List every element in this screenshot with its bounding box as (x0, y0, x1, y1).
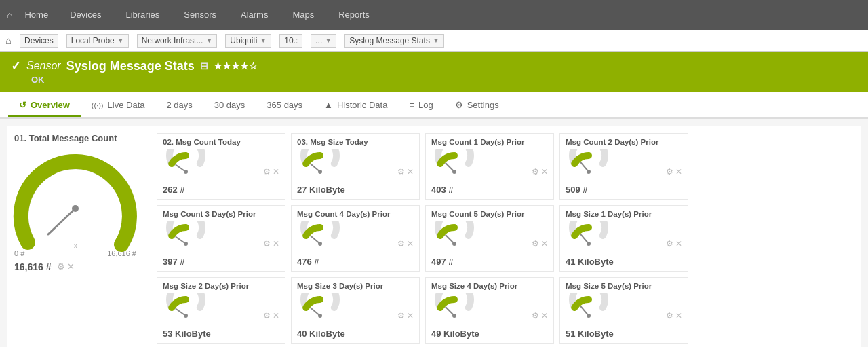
small-gauge-svg (566, 221, 612, 255)
small-gauge-controls[interactable]: ⚙ ✕ (263, 239, 279, 249)
home-nav-item[interactable]: ⌂ (7, 10, 12, 20)
small-gauge-value: 40 KiloByte (297, 329, 345, 339)
small-gauge-card: Msg Count 2 Day(s) Prior 509 # ⚙ ✕ (559, 133, 688, 200)
small-gauge-svg (431, 221, 477, 255)
small-gauge-card: Msg Count 5 Day(s) Prior 497 # ⚙ ✕ (425, 205, 554, 272)
svg-text:x: x (74, 242, 77, 249)
small-gauge-row: 51 KiloByte ⚙ ✕ (566, 293, 682, 339)
big-gauge-wrap: x (14, 147, 136, 249)
small-gauge-svg (297, 149, 343, 183)
small-gauge-svg (566, 149, 612, 183)
tab-log[interactable]: ≡ Log (398, 94, 443, 117)
small-gauge-value: 41 KiloByte (566, 257, 614, 267)
sensor-label: Sensor (26, 60, 61, 72)
tab-settings[interactable]: ⚙ Settings (444, 94, 510, 117)
small-gauge-card: 03. Msg Size Today 27 KiloByte ⚙ ✕ (291, 133, 420, 200)
breadcrumb-ubiquiti[interactable]: Ubiquiti ▼ (225, 34, 271, 48)
breadcrumb-sensor-name[interactable]: Syslog Message Stats ▼ (344, 34, 444, 48)
tab-live-data[interactable]: ((·)) Live Data (81, 94, 156, 117)
big-gauge-title: 01. Total Message Count (14, 133, 117, 143)
live-data-icon: ((·)) (92, 101, 104, 109)
svg-point-14 (318, 242, 322, 246)
small-gauge-controls[interactable]: ⚙ ✕ (532, 239, 548, 249)
small-gauge-svg (566, 293, 612, 327)
nav-maps[interactable]: Maps (280, 0, 326, 30)
small-gauge-title: Msg Count 2 Day(s) Prior (566, 138, 682, 146)
breadcrumb-ellipsis[interactable]: ... ▼ (311, 34, 336, 48)
svg-point-20 (184, 314, 188, 318)
big-gauge-settings-icon[interactable]: ⚙ ✕ (57, 261, 75, 272)
small-gauge-title: Msg Size 5 Day(s) Prior (566, 282, 682, 290)
small-gauge-row: 49 KiloByte ⚙ ✕ (431, 293, 548, 339)
small-gauge-controls[interactable]: ⚙ ✕ (397, 311, 414, 321)
small-gauge-card: Msg Count 4 Day(s) Prior 476 # ⚙ ✕ (291, 205, 420, 272)
nav-sensors[interactable]: Sensors (172, 0, 229, 30)
small-gauge-value: 262 # (163, 185, 209, 195)
tab-2days[interactable]: 2 days (155, 94, 203, 117)
small-gauge-row: 53 KiloByte ⚙ ✕ (163, 293, 279, 339)
small-gauge-controls[interactable]: ⚙ ✕ (532, 311, 548, 321)
tabs-bar: ↺ Overview ((·)) Live Data 2 days 30 day… (0, 92, 868, 119)
svg-point-10 (587, 170, 591, 174)
small-gauge-title: 03. Msg Size Today (297, 138, 414, 146)
small-gauge-controls[interactable]: ⚙ ✕ (666, 311, 682, 321)
small-gauge-value: 49 KiloByte (431, 329, 479, 339)
main-content: 01. Total Message Count x 0 # 16,616 # (0, 119, 868, 347)
small-gauge-row: 476 # ⚙ ✕ (297, 221, 414, 267)
breadcrumb: ⌂ Devices Local Probe ▼ Network Infrast.… (0, 30, 868, 52)
nav-libraries[interactable]: Libraries (113, 0, 172, 30)
small-gauge-card: Msg Size 3 Day(s) Prior 40 KiloByte ⚙ ✕ (291, 277, 420, 344)
breadcrumb-ip[interactable]: 10.: (279, 34, 302, 48)
small-gauge-value: 476 # (297, 257, 343, 267)
small-gauge-controls[interactable]: ⚙ ✕ (666, 239, 682, 249)
historic-icon: ▲ (324, 100, 333, 110)
tab-historic-data[interactable]: ▲ Historic Data (313, 94, 398, 117)
svg-point-1 (72, 205, 79, 212)
small-gauge-controls[interactable]: ⚙ ✕ (397, 167, 414, 177)
nav-reports[interactable]: Reports (326, 0, 382, 30)
svg-point-16 (452, 242, 456, 246)
big-gauge-container: 01. Total Message Count x 0 # 16,616 # (14, 133, 150, 344)
nav-home[interactable]: Home (15, 0, 58, 30)
nav-devices[interactable]: Devices (58, 0, 113, 30)
big-gauge-svg: x (14, 147, 136, 249)
small-gauge-controls[interactable]: ⚙ ✕ (263, 167, 279, 177)
overview-icon: ↺ (19, 100, 26, 110)
sensor-status: OK (31, 75, 857, 85)
small-gauge-controls[interactable]: ⚙ ✕ (397, 239, 414, 249)
breadcrumb-network-infra[interactable]: Network Infrast... ▼ (137, 34, 218, 48)
breadcrumb-local-probe[interactable]: Local Probe ▼ (66, 34, 129, 48)
small-gauge-row: 403 # ⚙ ✕ (431, 149, 548, 195)
tab-30days[interactable]: 30 days (203, 94, 256, 117)
small-gauge-value: 27 KiloByte (297, 185, 345, 195)
small-gauge-card: Msg Count 3 Day(s) Prior 397 # ⚙ ✕ (157, 205, 285, 272)
small-gauge-title: Msg Count 4 Day(s) Prior (297, 210, 414, 218)
small-gauge-card: 02. Msg Count Today 262 # ⚙ ✕ (157, 133, 285, 200)
small-gauge-card: Msg Size 1 Day(s) Prior 41 KiloByte ⚙ ✕ (559, 205, 688, 272)
small-gauge-value: 403 # (431, 185, 477, 195)
tab-365days[interactable]: 365 days (256, 94, 313, 117)
small-gauge-row: 41 KiloByte ⚙ ✕ (566, 221, 682, 267)
breadcrumb-home-icon[interactable]: ⌂ (5, 35, 12, 46)
small-gauge-controls[interactable]: ⚙ ✕ (532, 167, 548, 177)
big-gauge-value: 16,616 # (14, 261, 52, 272)
nav-alarms[interactable]: Alarms (229, 0, 280, 30)
status-check: ✓ (11, 58, 21, 73)
svg-point-24 (452, 314, 456, 318)
small-gauge-svg (163, 149, 209, 183)
tab-overview[interactable]: ↺ Overview (8, 94, 81, 117)
sensor-title: Syslog Message Stats (66, 59, 195, 73)
small-gauge-value: 509 # (566, 185, 612, 195)
svg-point-8 (452, 170, 456, 174)
small-gauge-controls[interactable]: ⚙ ✕ (263, 311, 279, 321)
svg-point-12 (184, 242, 188, 246)
svg-point-18 (587, 242, 591, 246)
breadcrumb-devices[interactable]: Devices (20, 34, 58, 48)
small-gauge-controls[interactable]: ⚙ ✕ (666, 167, 682, 177)
settings-icon: ⚙ (455, 100, 463, 110)
log-icon: ≡ (409, 100, 414, 110)
svg-point-22 (318, 314, 322, 318)
small-gauge-row: 27 KiloByte ⚙ ✕ (297, 149, 414, 195)
star-rating[interactable]: ★★★★☆ (214, 60, 258, 71)
small-gauge-card: Msg Size 4 Day(s) Prior 49 KiloByte ⚙ ✕ (425, 277, 554, 344)
